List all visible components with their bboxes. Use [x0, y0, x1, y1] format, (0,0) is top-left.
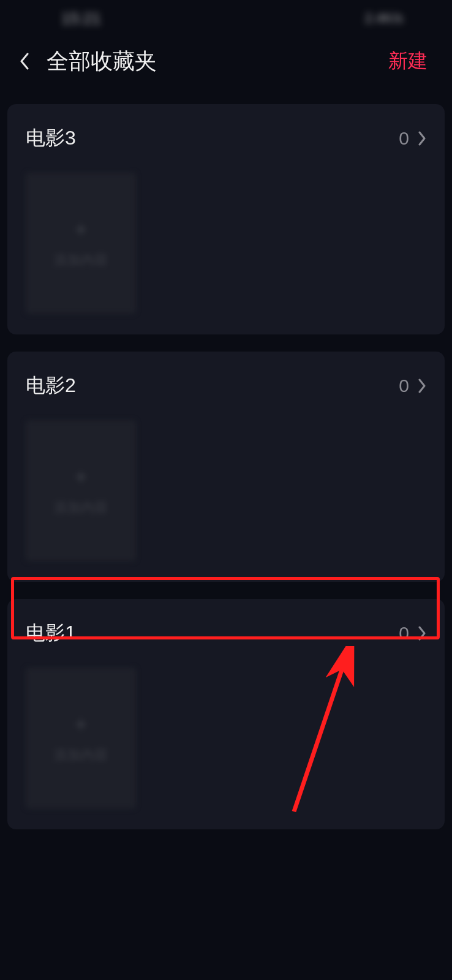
thumb-label: 添加内容: [54, 251, 108, 270]
folder-header[interactable]: 电影2 0: [7, 352, 445, 420]
thumb-label: 添加内容: [54, 746, 108, 764]
page-title: 全部收藏夹: [47, 47, 157, 77]
folder-header[interactable]: 电影3 0: [7, 104, 445, 173]
folder-count: 0: [399, 623, 409, 644]
folder-card: 电影3 0 + 添加内容: [7, 104, 445, 334]
plus-icon: +: [74, 712, 87, 737]
status-time: 15:21: [61, 9, 101, 28]
folder-title: 电影1: [26, 620, 76, 647]
folder-card: 电影2 0 + 添加内容: [7, 352, 445, 582]
folder-count: 0: [399, 128, 409, 149]
add-content-thumb[interactable]: + 添加内容: [26, 668, 136, 809]
folder-thumb-area: + 添加内容: [7, 668, 445, 829]
add-content-thumb[interactable]: + 添加内容: [26, 173, 136, 314]
create-button[interactable]: 新建: [388, 48, 428, 75]
folder-meta: 0: [399, 128, 426, 149]
folder-title: 电影3: [26, 125, 76, 152]
chevron-right-icon: [418, 626, 426, 641]
folder-meta: 0: [399, 623, 426, 644]
nav-header: 全部收藏夹 新建: [0, 37, 452, 86]
add-content-thumb[interactable]: + 添加内容: [26, 420, 136, 561]
plus-icon: +: [74, 217, 87, 243]
plus-icon: +: [74, 464, 87, 490]
thumb-label: 添加内容: [54, 499, 108, 517]
status-bar: 15:21 2.4K/s: [0, 0, 452, 37]
folder-header[interactable]: 电影1 0: [7, 599, 445, 668]
back-icon[interactable]: [18, 50, 31, 72]
chevron-right-icon: [418, 379, 426, 393]
folder-meta: 0: [399, 375, 426, 396]
folder-list: 电影3 0 + 添加内容 电影2 0: [0, 86, 452, 829]
status-indicators: 2.4K/s: [365, 10, 403, 26]
folder-thumb-area: + 添加内容: [7, 173, 445, 334]
folder-title: 电影2: [26, 372, 76, 399]
folder-thumb-area: + 添加内容: [7, 420, 445, 582]
folder-count: 0: [399, 375, 409, 396]
chevron-right-icon: [418, 131, 426, 146]
folder-card: 电影1 0 + 添加内容: [7, 599, 445, 829]
